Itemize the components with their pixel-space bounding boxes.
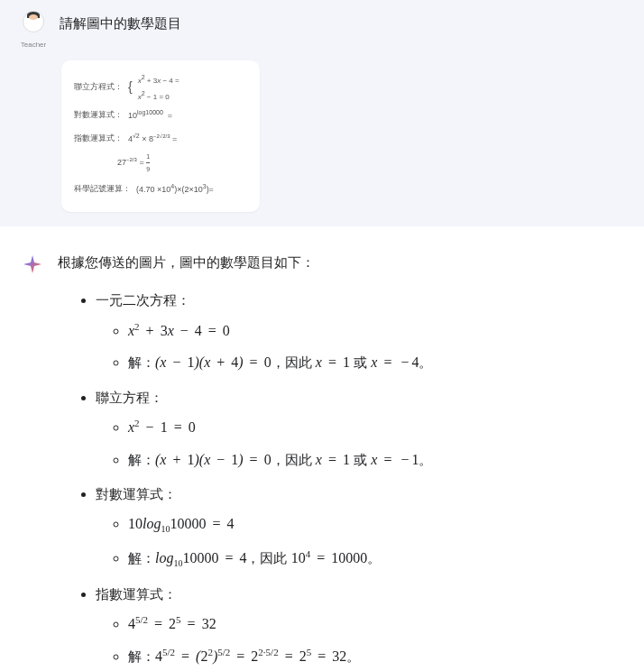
avatar-wrap: Teacher [18, 11, 49, 51]
item-heading: 聯立方程： [96, 387, 622, 409]
item-heading: 對數運算式： [96, 483, 622, 505]
response-intro: 根據您傳送的圖片，圖中的數學題目如下： [58, 252, 622, 273]
attachment-line-1: 聯立方程式： { x2 + 3x − 4 = x2 − 1 = 0 [74, 71, 247, 104]
assistant-response-section: 根據您傳送的圖片，圖中的數學題目如下： 一元二次方程： x2 + 3x − 4 … [0, 226, 644, 671]
attachment-line-4: 科學記號運算： (4.70 ×104)×(2×103)= [74, 180, 247, 198]
item-heading: 一元二次方程： [96, 290, 622, 311]
response-content: 一元二次方程： x2 + 3x − 4 = 0 解：(x − 1)(x + 4)… [60, 290, 622, 671]
sub-item: 45/2 = 25 = 32 [128, 612, 622, 636]
sub-item: x2 + 3x − 4 = 0 [128, 318, 622, 342]
attachment-line-2: 對數運算式： 10log10000 = [74, 106, 247, 124]
sub-list: 45/2 = 25 = 32 解：45/2 = (22)5/2 = 22·5/2… [96, 612, 622, 668]
attachment-line-3b: 27−2/3 = 19 [117, 151, 247, 176]
user-row: Teacher 請解圖中的數學題目 [18, 11, 626, 51]
sparkle-icon [22, 253, 43, 275]
user-message-section: Teacher 請解圖中的數學題目 聯立方程式： { x2 + 3x − 4 =… [0, 0, 644, 226]
sub-list: x2 + 3x − 4 = 0 解：(x − 1)(x + 4) = 0，因此 … [96, 318, 622, 374]
sub-list: x2 − 1 = 0 解：(x + 1)(x − 1) = 0，因此 x = 1… [96, 416, 622, 472]
sub-item: 解：log1010000 = 4，因此 104 = 10000。 [128, 547, 622, 572]
sub-item: 10log1010000 = 4 [128, 512, 622, 537]
avatar-label: Teacher [18, 40, 49, 51]
sub-item: 解：45/2 = (22)5/2 = 22·5/2 = 25 = 32。 [128, 645, 622, 668]
sub-item: 解：(x − 1)(x + 4) = 0，因此 x = 1 或 x = −4。 [128, 351, 622, 374]
sub-item: x2 − 1 = 0 [128, 416, 622, 439]
item-heading: 指數運算式： [96, 584, 622, 605]
list-item: 聯立方程： x2 − 1 = 0 解：(x + 1)(x − 1) = 0，因此… [96, 387, 622, 472]
list-item: 指數運算式： 45/2 = 25 = 32 解：45/2 = (22)5/2 =… [96, 584, 622, 668]
main-list: 一元二次方程： x2 + 3x − 4 = 0 解：(x − 1)(x + 4)… [60, 290, 622, 671]
sub-item: 解：(x + 1)(x − 1) = 0，因此 x = 1 或 x = −1。 [128, 448, 622, 472]
sub-list: 10log1010000 = 4 解：log1010000 = 4，因此 104… [96, 512, 622, 571]
attachment-line-3: 指數運算式： 4√2 × 8−2√2/3 = [74, 130, 247, 147]
attached-image-card[interactable]: 聯立方程式： { x2 + 3x − 4 = x2 − 1 = 0 對數運算式：… [61, 60, 260, 213]
user-prompt-text: 請解圖中的數學題目 [60, 11, 181, 34]
user-avatar-icon [23, 11, 44, 32]
list-item: 一元二次方程： x2 + 3x − 4 = 0 解：(x − 1)(x + 4)… [96, 290, 622, 374]
list-item: 對數運算式： 10log1010000 = 4 解：log1010000 = 4… [96, 483, 622, 571]
response-row: 根據您傳送的圖片，圖中的數學題目如下： [22, 252, 622, 290]
